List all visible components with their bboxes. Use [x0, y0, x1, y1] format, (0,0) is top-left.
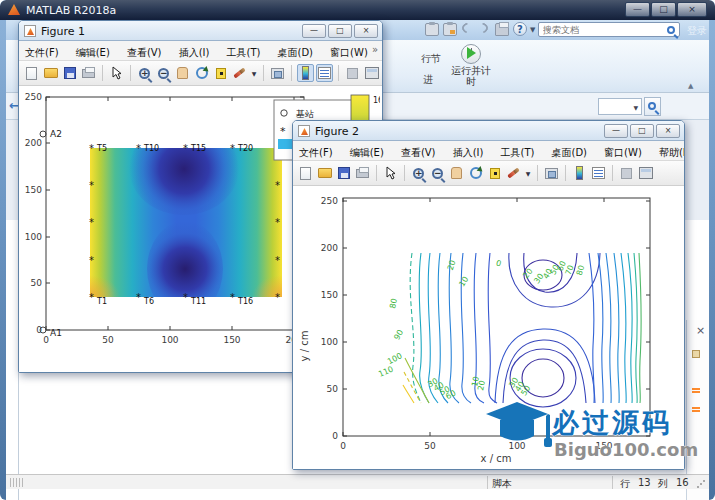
menu-edit[interactable]: 编辑(E) — [70, 43, 116, 60]
menu-window[interactable]: 窗口(W) — [598, 143, 648, 160]
paste-icon[interactable] — [443, 23, 457, 36]
minimize-button[interactable]: — — [625, 2, 650, 17]
undo-icon[interactable] — [460, 21, 474, 35]
save-icon[interactable] — [61, 64, 78, 82]
menu-view[interactable]: 查看(V) — [395, 143, 442, 160]
svg-text:80: 80 — [575, 264, 586, 276]
menu-desktop[interactable]: 桌面(D) — [272, 43, 320, 60]
menu-overflow-icon[interactable]: » — [372, 44, 378, 55]
new-file-icon[interactable] — [297, 164, 314, 182]
folder-search-field[interactable]: ▼ — [598, 98, 642, 115]
open-file-icon[interactable] — [42, 64, 59, 82]
close-panel-icon[interactable]: × — [696, 324, 705, 337]
menu-insert[interactable]: 插入(I) — [447, 143, 490, 160]
copy-icon[interactable] — [425, 23, 439, 36]
cursor-icon[interactable] — [382, 164, 399, 182]
svg-text:80: 80 — [388, 298, 399, 310]
link-plot-icon[interactable] — [543, 164, 560, 182]
svg-text:*: * — [183, 143, 188, 154]
print-icon[interactable] — [495, 23, 509, 36]
colorbar-toggle-icon[interactable] — [571, 164, 588, 182]
menu-tools[interactable]: 工具(T) — [494, 143, 540, 160]
svg-text:T15: T15 — [190, 144, 206, 153]
zoom-out-icon[interactable]: − — [155, 64, 172, 82]
menu-edit[interactable]: 编辑(E) — [344, 143, 390, 160]
save-icon[interactable] — [335, 164, 352, 182]
figure-icon — [298, 125, 310, 137]
folder-search-button[interactable] — [644, 97, 661, 116]
figure2-titlebar[interactable]: Figure 2 — □ × — [293, 121, 684, 141]
collapse-ribbon-icon[interactable]: ▲ — [688, 82, 693, 90]
help-icon[interactable]: ? — [513, 22, 527, 36]
brush-dropdown-icon[interactable]: ▼ — [524, 164, 532, 182]
rotate-3d-icon[interactable] — [193, 64, 210, 82]
colorbar-toggle-icon[interactable] — [297, 64, 314, 82]
svg-text:*: * — [275, 217, 280, 228]
hide-plot-tools-icon[interactable] — [618, 164, 635, 182]
brush-icon[interactable] — [231, 64, 248, 82]
svg-text:*: * — [275, 180, 280, 191]
chevron-down-icon[interactable]: ▼ — [633, 104, 638, 111]
zoom-in-icon[interactable]: + — [136, 64, 153, 82]
maximize-button[interactable]: □ — [651, 2, 676, 17]
menu-desktop[interactable]: 桌面(D) — [546, 143, 594, 160]
show-plot-tools-icon[interactable] — [637, 164, 654, 182]
show-plot-tools-icon[interactable] — [363, 64, 380, 82]
redo-icon[interactable] — [476, 21, 490, 35]
svg-text:50: 50 — [102, 335, 114, 345]
doc-search-field[interactable] — [538, 22, 680, 37]
close-button[interactable]: × — [354, 24, 378, 38]
quickbar-dropdown-icon[interactable]: ▼ — [530, 26, 538, 39]
menu-overflow-icon[interactable]: » — [674, 144, 680, 155]
link-plot-icon[interactable] — [269, 64, 286, 82]
svg-text:*: * — [183, 292, 188, 303]
resize-grip[interactable] — [696, 479, 705, 488]
matlab-logo-icon — [8, 4, 20, 15]
main-titlebar[interactable]: MATLAB R2018a — □ × — [0, 0, 715, 20]
close-button[interactable]: × — [677, 2, 707, 17]
legend-toggle-icon[interactable] — [316, 64, 333, 82]
minimize-button[interactable]: — — [302, 24, 326, 38]
data-cursor-icon[interactable] — [212, 64, 229, 82]
new-file-icon[interactable] — [23, 64, 40, 82]
login-link[interactable]: 登录 — [687, 24, 707, 38]
open-file-icon[interactable] — [316, 164, 333, 182]
svg-text:250: 250 — [321, 196, 338, 206]
menu-insert[interactable]: 插入(I) — [173, 43, 216, 60]
zoom-in-icon[interactable]: + — [410, 164, 427, 182]
code-analyzer-indicator[interactable] — [692, 350, 700, 358]
menu-file[interactable]: 文件(F) — [19, 43, 65, 60]
warning-marker-icon[interactable] — [692, 388, 700, 393]
svg-text:*: * — [136, 143, 141, 154]
svg-text:*: * — [89, 255, 94, 266]
zoom-out-icon[interactable]: − — [429, 164, 446, 182]
doc-search-input[interactable] — [539, 25, 667, 35]
hide-plot-tools-icon[interactable] — [344, 64, 361, 82]
legend-toggle-icon[interactable] — [590, 164, 607, 182]
panel-grip-icon[interactable] — [10, 478, 24, 487]
search-icon[interactable] — [667, 26, 675, 34]
rotate-3d-icon[interactable] — [467, 164, 484, 182]
pan-icon[interactable] — [174, 64, 191, 82]
maximize-button[interactable]: □ — [328, 24, 352, 38]
cursor-icon[interactable] — [108, 64, 125, 82]
close-button[interactable]: × — [656, 124, 680, 138]
svg-text:50: 50 — [31, 278, 43, 288]
minimize-button[interactable]: — — [604, 124, 628, 138]
pan-icon[interactable] — [448, 164, 465, 182]
brush-dropdown-icon[interactable]: ▼ — [250, 64, 258, 82]
menu-window[interactable]: 窗口(W) — [324, 43, 374, 60]
restore-button[interactable]: □ — [630, 124, 654, 138]
print-icon[interactable] — [354, 164, 371, 182]
svg-text:10: 10 — [457, 275, 470, 288]
menu-view[interactable]: 查看(V) — [121, 43, 168, 60]
svg-text:50: 50 — [327, 384, 339, 394]
print-icon[interactable] — [80, 64, 97, 82]
figure1-titlebar[interactable]: Figure 1 — □ × — [19, 21, 382, 41]
menu-help[interactable]: 帮助(H) — [379, 43, 382, 60]
menu-tools[interactable]: 工具(T) — [220, 43, 266, 60]
data-cursor-icon[interactable] — [486, 164, 503, 182]
menu-file[interactable]: 文件(F) — [293, 143, 339, 160]
brush-icon[interactable] — [505, 164, 522, 182]
run-and-time-button[interactable]: 运行并计时 — [448, 42, 494, 90]
